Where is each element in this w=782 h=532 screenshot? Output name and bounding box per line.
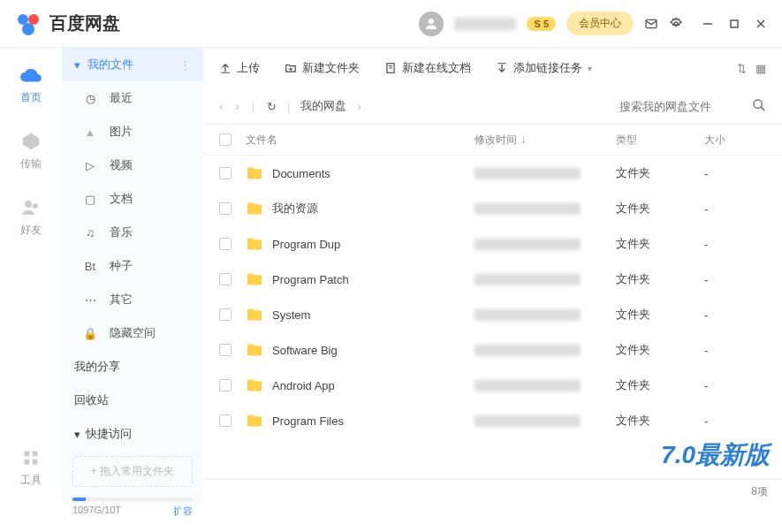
sidebar-quickaccess[interactable]: ▾ 快捷访问 xyxy=(62,417,203,451)
nav-tools[interactable]: 工具 xyxy=(19,446,42,488)
file-date xyxy=(475,274,581,285)
friends-icon xyxy=(19,196,42,219)
sidebar-more-icon[interactable]: ⋮ xyxy=(179,58,191,72)
nav-forward-icon[interactable]: › xyxy=(235,100,239,113)
sidebar-myfiles[interactable]: ▾ 我的文件 ⋮ xyxy=(62,48,203,81)
row-checkbox[interactable] xyxy=(219,273,232,285)
new-doc-button[interactable]: 新建在线文档 xyxy=(384,60,471,76)
sidebar-item-icon: ♫ xyxy=(83,226,97,239)
sidebar-item-icon: ⟁ xyxy=(83,125,97,139)
logo: 百度网盘 xyxy=(14,10,120,38)
table-row[interactable]: 我的资源文件夹- xyxy=(203,191,782,226)
row-checkbox[interactable] xyxy=(219,344,232,356)
col-date-header[interactable]: 修改时间↓ xyxy=(475,133,616,148)
file-name: Program Dup xyxy=(272,238,340,251)
file-name: Documents xyxy=(272,167,330,180)
row-checkbox[interactable] xyxy=(219,167,232,179)
sidebar-item-5[interactable]: Bt种子 xyxy=(62,249,203,283)
sort-toggle-icon[interactable]: ⇅ xyxy=(737,62,747,75)
username xyxy=(454,18,516,30)
breadcrumb-root[interactable]: 我的网盘 xyxy=(300,98,346,114)
user-avatar[interactable] xyxy=(419,11,444,36)
mail-icon[interactable] xyxy=(644,17,658,31)
file-type: 文件夹 xyxy=(616,307,704,323)
sidebar-myshare[interactable]: 我的分享 xyxy=(62,350,203,384)
row-checkbox[interactable] xyxy=(219,379,232,391)
new-doc-icon xyxy=(384,62,397,74)
file-type: 文件夹 xyxy=(616,377,704,393)
minimize-button[interactable] xyxy=(701,17,715,31)
table-row[interactable]: Documents文件夹- xyxy=(203,156,782,191)
col-type-header[interactable]: 类型 xyxy=(616,133,704,148)
file-date xyxy=(475,309,581,321)
nav-friends[interactable]: 好友 xyxy=(19,196,42,238)
table-row[interactable]: Program Dup文件夹- xyxy=(203,226,782,262)
folder-icon xyxy=(246,343,263,357)
col-size-header[interactable]: 大小 xyxy=(704,133,766,148)
svg-point-10 xyxy=(25,201,32,208)
row-checkbox[interactable] xyxy=(219,414,232,427)
sidebar-item-7[interactable]: 🔒隐藏空间 xyxy=(62,316,203,350)
file-list: Documents文件夹-我的资源文件夹-Program Dup文件夹-Prog… xyxy=(203,156,782,479)
table-row[interactable]: Program Files文件夹- xyxy=(203,403,782,438)
nav-home[interactable]: 首页 xyxy=(19,64,42,105)
app-logo-icon xyxy=(14,10,42,38)
sidebar-item-icon: ▢ xyxy=(83,193,97,206)
sidebar-item-1[interactable]: ⟁图片 xyxy=(62,115,203,148)
close-button[interactable] xyxy=(754,17,768,31)
storage-meter: 1097G/10T 扩容 xyxy=(62,492,203,523)
file-date xyxy=(475,380,581,391)
table-row[interactable]: Program Patch文件夹- xyxy=(203,262,782,297)
svg-point-0 xyxy=(18,14,28,25)
select-all-checkbox[interactable] xyxy=(219,133,232,146)
search-icon[interactable] xyxy=(752,98,766,115)
sidebar-item-3[interactable]: ▢文档 xyxy=(62,182,203,216)
app-title: 百度网盘 xyxy=(49,11,120,35)
folder-icon xyxy=(246,414,263,428)
grid-view-icon[interactable]: ▦ xyxy=(755,62,766,75)
refresh-icon[interactable]: ↻ xyxy=(267,100,277,113)
file-date xyxy=(475,415,581,427)
file-name: Program Patch xyxy=(272,273,349,286)
file-type: 文件夹 xyxy=(616,201,704,217)
svg-point-1 xyxy=(28,14,39,25)
row-checkbox[interactable] xyxy=(219,238,232,250)
table-row[interactable]: Android App文件夹- xyxy=(203,368,782,403)
search-input[interactable] xyxy=(619,100,743,113)
add-link-button[interactable]: 添加链接任务 ▾ xyxy=(496,60,592,76)
quick-drop-target[interactable]: + 拖入常用文件夹 xyxy=(72,456,193,487)
titlebar: 百度网盘 S 5 会员中心 xyxy=(0,0,782,48)
nav-back-icon[interactable]: ‹ xyxy=(219,100,223,113)
row-checkbox[interactable] xyxy=(219,202,232,215)
table-row[interactable]: Software Big文件夹- xyxy=(203,332,782,368)
member-center-button[interactable]: 会员中心 xyxy=(566,11,634,35)
sidebar-item-icon: ◷ xyxy=(83,92,97,105)
sidebar-item-icon: Bt xyxy=(83,260,97,273)
folder-icon xyxy=(246,272,263,286)
table-header: 文件名 修改时间↓ 类型 大小 xyxy=(203,124,782,156)
coin-badge[interactable]: S 5 xyxy=(527,17,556,31)
maximize-button[interactable] xyxy=(727,17,741,31)
svg-point-3 xyxy=(429,19,434,24)
file-name: Program Files xyxy=(272,414,344,428)
file-date xyxy=(475,203,581,215)
row-checkbox[interactable] xyxy=(219,308,232,321)
file-name: Android App xyxy=(272,379,335,392)
new-folder-button[interactable]: 新建文件夹 xyxy=(285,60,360,76)
content: 上传 新建文件夹 新建在线文档 添加链接任务 ▾ ⇅ ▦ ‹ xyxy=(203,48,782,504)
table-row[interactable]: System文件夹- xyxy=(203,297,782,332)
file-size: - xyxy=(704,238,766,251)
sidebar-item-0[interactable]: ◷最近 xyxy=(62,81,203,115)
sidebar-item-6[interactable]: ⋯其它 xyxy=(62,283,203,316)
sidebar-item-2[interactable]: ▷视频 xyxy=(62,148,203,182)
file-name: System xyxy=(272,308,310,322)
status-bar: 8项 xyxy=(203,479,782,504)
sidebar-item-4[interactable]: ♫音乐 xyxy=(62,216,203,249)
storage-expand-link[interactable]: 扩容 xyxy=(173,505,193,518)
settings-icon[interactable] xyxy=(669,17,683,31)
upload-button[interactable]: 上传 xyxy=(219,60,260,76)
nav-transfer[interactable]: 传输 xyxy=(19,130,42,171)
svg-rect-14 xyxy=(25,460,30,465)
sidebar-recycle[interactable]: 回收站 xyxy=(62,384,203,417)
col-name-header[interactable]: 文件名 xyxy=(246,133,475,148)
